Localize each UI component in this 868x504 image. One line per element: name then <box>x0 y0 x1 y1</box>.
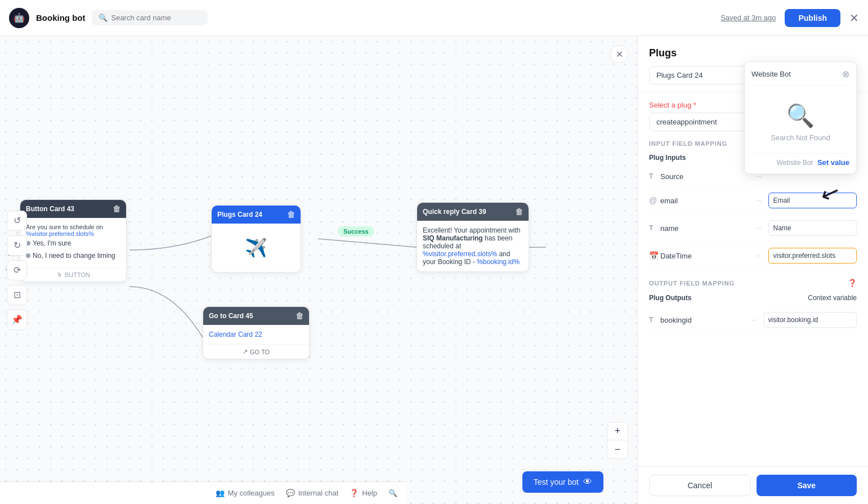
bookingid-arrow: → <box>750 315 758 324</box>
website-bot-clear-button[interactable]: ⊗ <box>842 69 849 79</box>
bottom-bar: 👥 My colleagues 💬 Internal chat ❓ Help 🔍 <box>0 481 406 504</box>
saved-text: Saved at 3m ago <box>721 14 776 22</box>
test-bot-label: Test your bot <box>534 478 579 487</box>
button-card-footer: 🖱BUTTON <box>20 267 126 282</box>
search-bottom-item[interactable]: 🔍 <box>388 489 397 497</box>
main-layout: ✕ ↺ ↻ ⟳ ⊡ 📌 <box>0 36 868 504</box>
email-arrow: → <box>755 196 763 205</box>
panel-title: Plugs <box>649 47 857 59</box>
output-columns: Plug Outputs Context variable <box>649 294 857 302</box>
website-bot-value: Website Bot <box>751 70 791 78</box>
output-section: OUTPUT FIELD MAPPING ❓ Plug Outputs Cont… <box>649 279 857 334</box>
goto-card-link[interactable]: Calendar Card 22 <box>209 331 262 338</box>
datetime-select[interactable]: visitor.preferred.slots <box>768 248 857 264</box>
output-help-icon: ❓ <box>848 279 857 287</box>
help-item[interactable]: ❓ Help <box>350 489 377 497</box>
datetime-type-icon: 📅 <box>649 251 660 260</box>
zoom-in-button[interactable]: + <box>607 422 628 440</box>
undo-button[interactable]: ↺ <box>7 211 27 231</box>
output-mapping-label: OUTPUT FIELD MAPPING <box>649 280 735 287</box>
bookingid-field-name: bookingid <box>660 316 744 324</box>
quick-reply-header: Quick reply Card 39 🗑 <box>417 203 529 221</box>
field-row-name: T name → Name <box>649 215 857 242</box>
success-badge: Success <box>338 226 374 237</box>
save-button[interactable]: Save <box>757 475 857 496</box>
name-type-icon: T <box>649 224 660 232</box>
zoom-out-button[interactable]: − <box>607 440 628 458</box>
name-arrow: → <box>755 224 763 233</box>
name-field-name: name <box>660 224 749 233</box>
search-bottom-icon: 🔍 <box>388 489 397 497</box>
email-field-value[interactable]: Email <box>768 193 857 208</box>
colleagues-icon: 👥 <box>216 489 225 497</box>
plugs-card[interactable]: Plugs Card 24 🗑 ✈️ <box>211 205 301 273</box>
bot-name: Booking bot <box>36 13 85 23</box>
search-bar[interactable]: 🔍 <box>92 10 208 25</box>
help-icon: ❓ <box>350 489 359 497</box>
quick-reply-delete[interactable]: 🗑 <box>515 207 523 216</box>
right-panel: Plugs Website Bot ⊗ 🔍 Search Not Found W… <box>637 36 868 504</box>
plug-icon: ✈️ <box>245 237 267 258</box>
redo-button[interactable]: ↻ <box>7 235 27 256</box>
cancel-button[interactable]: Cancel <box>649 475 751 496</box>
test-bot-button[interactable]: Test your bot 👁 <box>522 471 603 493</box>
close-header-button[interactable]: ✕ <box>849 11 859 25</box>
set-value-label: Website Bot <box>776 159 812 167</box>
set-value-row: Website Bot Set value <box>751 153 849 167</box>
goto-card-header: Go to Card 45 🗑 <box>203 307 309 325</box>
header-right: Saved at 3m ago Publish ✕ <box>721 9 859 27</box>
my-colleagues-item[interactable]: 👥 My colleagues <box>216 489 275 497</box>
goto-card[interactable]: Go to Card 45 🗑 Calendar Card 22 ↗GO TO <box>203 306 310 359</box>
button-card-option2: No, I need to change timing <box>26 249 120 262</box>
colleagues-label: My colleagues <box>228 489 275 497</box>
quick-reply-title: Quick reply Card 39 <box>423 208 486 216</box>
datetime-field-value[interactable]: visitor.preferred.slots <box>768 248 857 264</box>
goto-card-footer: ↗GO TO <box>203 344 309 359</box>
quick-reply-card[interactable]: Quick reply Card 39 🗑 Excellent! Your ap… <box>417 202 529 272</box>
plugs-card-header: Plugs Card 24 🗑 <box>212 206 301 224</box>
name-select[interactable]: Name <box>768 220 857 236</box>
left-toolbar: ↺ ↻ ⟳ ⊡ 📌 <box>7 211 27 330</box>
email-select[interactable]: Email <box>768 193 857 208</box>
chat-icon: 💬 <box>286 489 295 497</box>
name-field-value[interactable]: Name <box>768 220 857 236</box>
canvas-close-button[interactable]: ✕ <box>610 45 628 63</box>
goto-card-title: Go to Card 45 <box>209 312 253 320</box>
internal-chat-label: Internal chat <box>298 489 339 497</box>
publish-button[interactable]: Publish <box>785 9 840 27</box>
plugs-card-delete[interactable]: 🗑 <box>287 210 295 219</box>
goto-card-delete[interactable]: 🗑 <box>296 311 303 320</box>
button-card-header: Button Card 43 🗑 <box>20 200 126 218</box>
search-not-found: 🔍 Search Not Found <box>751 91 849 153</box>
button-card-title: Button Card 43 <box>26 205 74 213</box>
quick-reply-body: Excellent! Your appointment with SIQ Man… <box>417 221 529 271</box>
button-card-question: Are you sure to schedule on %visitor.pre… <box>26 224 120 237</box>
plugs-card-title: Plugs Card 24 <box>217 211 262 218</box>
output-mapping-header: OUTPUT FIELD MAPPING ❓ <box>649 279 857 287</box>
search-input[interactable] <box>111 14 201 22</box>
button-card-body: Are you sure to schedule on %visitor.pre… <box>20 218 126 267</box>
canvas[interactable]: ✕ ↺ ↻ ⟳ ⊡ 📌 <box>0 36 637 504</box>
website-bot-input-row: Website Bot ⊗ <box>751 69 849 86</box>
set-value-button[interactable]: Set value <box>817 158 849 167</box>
panel-header: Plugs Website Bot ⊗ 🔍 Search Not Found W… <box>638 36 868 92</box>
source-type-icon: T <box>649 172 660 180</box>
plugs-card-icon-area: ✈️ <box>212 224 301 272</box>
search-not-found-icon: 🔍 <box>786 102 815 129</box>
internal-chat-item[interactable]: 💬 Internal chat <box>286 489 339 497</box>
screen-button[interactable]: ⊡ <box>7 285 27 305</box>
search-not-found-text: Search Not Found <box>771 133 830 142</box>
output-row-bookingid: T bookingid → visitor.booking.id <box>649 306 857 334</box>
search-icon: 🔍 <box>99 14 108 22</box>
bookingid-output-value: visitor.booking.id <box>763 312 857 328</box>
button-card-delete[interactable]: 🗑 <box>113 204 120 213</box>
website-bot-dropdown: Website Bot ⊗ 🔍 Search Not Found Website… <box>744 61 857 174</box>
source-field-name: Source <box>660 172 749 181</box>
pin-button[interactable]: 📌 <box>7 310 27 330</box>
button-card[interactable]: Button Card 43 🗑 Are you sure to schedul… <box>20 199 127 282</box>
bot-avatar: 🤖 <box>9 8 29 28</box>
email-field-name: email <box>660 197 749 205</box>
goto-card-body: Calendar Card 22 <box>203 325 309 344</box>
refresh-button[interactable]: ⟳ <box>7 260 27 280</box>
header: 🤖 Booking bot 🔍 Saved at 3m ago Publish … <box>0 0 868 36</box>
